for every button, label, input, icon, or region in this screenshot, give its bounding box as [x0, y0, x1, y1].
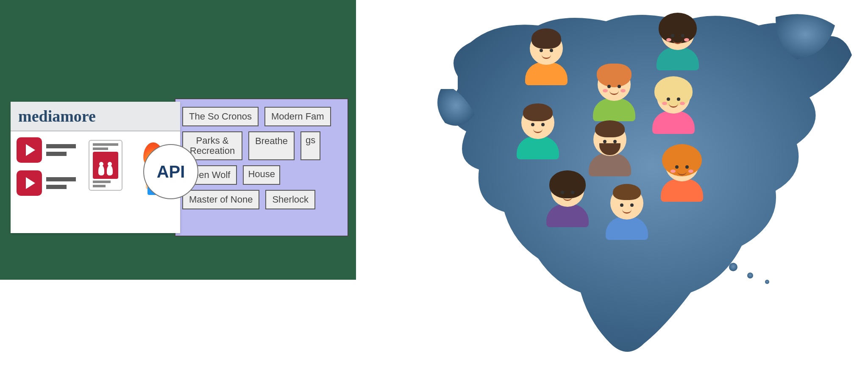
svg-point-1 — [747, 273, 753, 278]
device-preview — [89, 140, 122, 191]
left-green-panel: The So Cronos Modern Fam Parks & Recreat… — [0, 0, 356, 280]
text-lines-placeholder — [46, 144, 78, 156]
user-avatar — [589, 68, 639, 127]
show-item[interactable]: Sherlock — [265, 190, 315, 209]
shows-panel: The So Cronos Modern Fam Parks & Recreat… — [175, 98, 348, 236]
show-label: Parks & Recreation — [189, 136, 236, 156]
video-list-item[interactable] — [17, 170, 78, 196]
play-icon — [17, 137, 42, 163]
play-icon — [17, 170, 42, 196]
brand-title: mediamore — [11, 102, 180, 131]
user-avatar — [521, 32, 571, 91]
svg-point-0 — [729, 263, 737, 271]
text-lines-placeholder — [46, 177, 78, 189]
user-avatar — [602, 186, 652, 246]
user-avatar — [513, 106, 563, 165]
show-item[interactable]: House — [243, 165, 280, 185]
show-item[interactable]: Master of None — [182, 190, 259, 209]
users-map — [428, 4, 860, 364]
user-avatar — [657, 148, 707, 208]
user-avatar — [653, 17, 703, 76]
show-item[interactable]: gs — [300, 131, 320, 160]
show-item[interactable]: Modern Fam — [264, 107, 331, 126]
user-avatar — [542, 174, 593, 233]
svg-point-2 — [765, 280, 769, 284]
north-america-map-icon — [428, 4, 860, 364]
api-badge: API — [143, 144, 198, 199]
user-avatar — [585, 123, 635, 182]
video-list-item[interactable] — [17, 137, 78, 163]
user-avatar — [648, 81, 698, 140]
show-item[interactable]: The So Cronos — [182, 107, 259, 126]
show-item[interactable]: Breathe — [248, 131, 295, 160]
